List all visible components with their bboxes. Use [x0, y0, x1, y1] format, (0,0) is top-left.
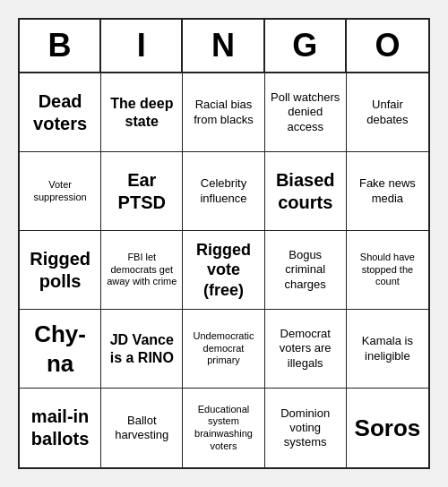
bingo-cell-11: FBI let democrats get away with crime: [101, 231, 183, 310]
bingo-grid: Dead votersThe deep stateRacial bias fro…: [20, 73, 428, 467]
bingo-card: BINGO Dead votersThe deep stateRacial bi…: [18, 18, 430, 469]
bingo-cell-20: mail-in ballots: [20, 389, 101, 467]
bingo-cell-17: Undemocratic democrat primary: [183, 310, 264, 389]
bingo-cell-15: Chy-na: [20, 310, 101, 389]
bingo-cell-21: Ballot harvesting: [101, 389, 183, 467]
bingo-cell-4: Unfair debates: [347, 73, 428, 152]
bingo-cell-1: The deep state: [101, 73, 183, 152]
bingo-cell-12: Rigged vote (free): [183, 231, 264, 310]
bingo-header: BINGO: [20, 20, 428, 73]
bingo-letter-i: I: [101, 20, 183, 72]
bingo-cell-8: Biased courts: [265, 152, 347, 231]
bingo-cell-0: Dead voters: [20, 73, 101, 152]
bingo-cell-19: Kamala is ineligible: [347, 310, 428, 389]
bingo-cell-3: Poll watchers denied access: [265, 73, 347, 152]
bingo-cell-13: Bogus criminal charges: [265, 231, 347, 310]
bingo-letter-b: B: [20, 20, 101, 72]
bingo-letter-o: O: [347, 20, 428, 72]
bingo-cell-22: Educational system brainwashing voters: [183, 389, 264, 467]
bingo-cell-18: Democrat voters are illegals: [265, 310, 347, 389]
bingo-cell-2: Racial bias from blacks: [183, 73, 264, 152]
bingo-cell-23: Dominion voting systems: [265, 389, 347, 467]
bingo-cell-10: Rigged polls: [20, 231, 101, 310]
bingo-letter-g: G: [265, 20, 347, 72]
bingo-cell-9: Fake news media: [347, 152, 428, 231]
bingo-cell-24: Soros: [347, 389, 428, 467]
bingo-cell-16: JD Vance is a RINO: [101, 310, 183, 389]
bingo-cell-5: Voter suppression: [20, 152, 101, 231]
bingo-cell-6: Ear PTSD: [101, 152, 183, 231]
bingo-cell-14: Should have stopped the count: [347, 231, 428, 310]
bingo-letter-n: N: [183, 20, 264, 72]
bingo-cell-7: Celebrity influence: [183, 152, 264, 231]
